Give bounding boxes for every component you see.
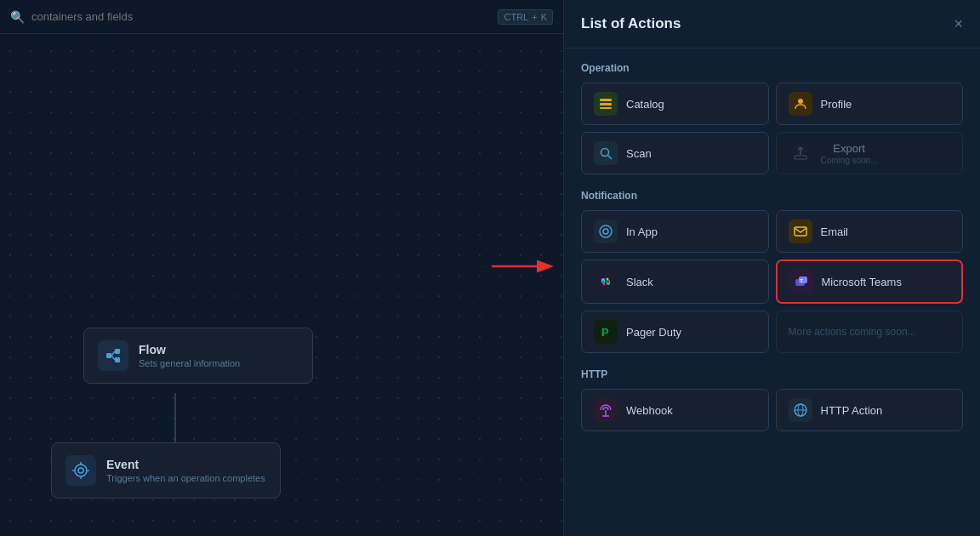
- event-node-text: Event Triggers when an operation complet…: [106, 458, 265, 483]
- slack-button[interactable]: Slack: [581, 259, 769, 304]
- pagerduty-icon: P: [594, 320, 618, 344]
- svg-point-17: [601, 149, 609, 157]
- svg-text:T: T: [800, 278, 803, 283]
- event-node-icon: [66, 455, 96, 486]
- httpaction-label: HTTP Action: [821, 404, 883, 417]
- svg-rect-14: [600, 103, 612, 105]
- connector-line: [174, 393, 176, 442]
- svg-line-4: [111, 356, 115, 360]
- profile-button[interactable]: Profile: [776, 83, 964, 125]
- search-bar: 🔍 CTRL + K: [0, 0, 563, 34]
- inapp-label: In App: [626, 225, 658, 238]
- svg-rect-13: [600, 99, 612, 101]
- event-node-title: Event: [106, 458, 265, 471]
- svg-line-18: [608, 156, 612, 160]
- webhook-icon: [594, 398, 618, 422]
- email-button[interactable]: Email: [776, 210, 964, 253]
- svg-rect-22: [795, 227, 806, 236]
- export-label: Export: [821, 142, 878, 155]
- arrow-indicator: [492, 254, 560, 282]
- panel-header: List of Actions ×: [564, 0, 980, 48]
- export-text: Export Coming soon...: [821, 142, 878, 165]
- flow-node[interactable]: Flow Sets general information: [83, 328, 313, 384]
- catalog-icon: [594, 92, 618, 116]
- pagerduty-label: Pager Duty: [626, 326, 681, 339]
- event-node[interactable]: Event Triggers when an operation complet…: [51, 442, 281, 499]
- more-notif-button: More actions coming soon...: [776, 311, 964, 353]
- catalog-button[interactable]: Catalog: [581, 83, 769, 125]
- panel-body: Operation Catalog: [564, 48, 980, 536]
- inapp-icon: [594, 220, 618, 243]
- httpaction-icon: [789, 398, 812, 422]
- svg-point-16: [798, 99, 803, 104]
- keyboard-shortcut: CTRL + K: [498, 9, 553, 25]
- webhook-label: Webhook: [626, 404, 673, 417]
- export-button: Export Coming soon...: [776, 132, 964, 174]
- svg-rect-19: [795, 156, 806, 159]
- svg-point-5: [75, 465, 87, 476]
- profile-label: Profile: [821, 98, 852, 111]
- panel-close-button[interactable]: ×: [954, 16, 963, 31]
- httpaction-button[interactable]: HTTP Action: [776, 389, 964, 431]
- notification-grid: In App Email: [581, 210, 963, 353]
- scan-button[interactable]: Scan: [581, 132, 769, 174]
- flow-node-title: Flow: [139, 343, 240, 356]
- export-sublabel: Coming soon...: [821, 156, 878, 165]
- webhook-button[interactable]: Webhook: [581, 389, 769, 431]
- msteams-icon: T: [789, 270, 813, 294]
- slack-icon: [594, 270, 618, 294]
- svg-rect-15: [600, 107, 612, 109]
- svg-line-3: [111, 351, 115, 356]
- svg-point-6: [78, 468, 83, 473]
- svg-rect-0: [106, 353, 111, 358]
- panel-title: List of Actions: [581, 15, 681, 32]
- svg-text:P: P: [601, 326, 609, 339]
- msteams-button[interactable]: T Microsoft Teams: [776, 259, 964, 304]
- inapp-button[interactable]: In App: [581, 210, 769, 253]
- scan-icon: [594, 141, 618, 165]
- svg-rect-1: [115, 349, 120, 354]
- section-operation-label: Operation: [581, 62, 963, 74]
- scan-label: Scan: [626, 147, 652, 160]
- http-grid: Webhook HTTP Action: [581, 389, 963, 431]
- svg-point-21: [603, 229, 608, 234]
- search-input[interactable]: [31, 10, 491, 23]
- svg-point-20: [600, 225, 612, 237]
- export-icon: [789, 141, 812, 165]
- actions-panel: List of Actions × Operation Catalog: [563, 0, 980, 536]
- email-label: Email: [821, 225, 849, 238]
- search-icon: 🔍: [10, 10, 25, 24]
- more-notif-label: More actions coming soon...: [789, 326, 916, 338]
- section-http-label: HTTP: [581, 368, 963, 380]
- catalog-label: Catalog: [626, 98, 664, 111]
- svg-rect-2: [115, 357, 120, 362]
- section-notification-label: Notification: [581, 190, 963, 202]
- canvas: 🔍 CTRL + K Flow Sets general information: [0, 0, 563, 536]
- pagerduty-button[interactable]: P Pager Duty: [581, 311, 769, 353]
- operation-grid: Catalog Profile Scan: [581, 83, 963, 174]
- email-icon: [789, 220, 812, 243]
- flow-node-text: Flow Sets general information: [139, 343, 240, 368]
- flow-node-icon: [98, 340, 128, 371]
- profile-icon: [789, 92, 812, 116]
- msteams-label: Microsoft Teams: [822, 276, 902, 288]
- slack-label: Slack: [626, 276, 653, 288]
- flow-node-subtitle: Sets general information: [139, 358, 240, 368]
- event-node-subtitle: Triggers when an operation completes: [106, 473, 265, 483]
